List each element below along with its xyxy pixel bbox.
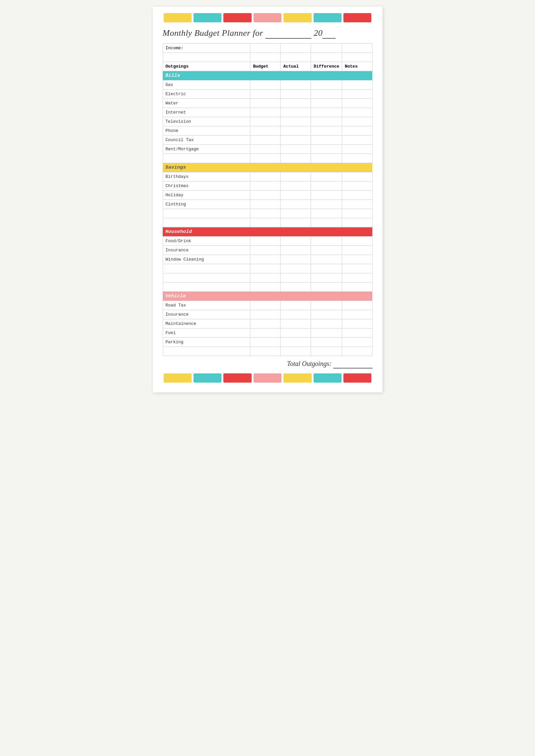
spacer-household-2 <box>163 273 372 282</box>
bar-yellow-1 <box>164 13 191 22</box>
bar-red-1 <box>223 13 251 22</box>
category-vehicle: Vehicle <box>163 292 372 301</box>
category-savings: Savings <box>163 163 372 172</box>
list-item: Holiday <box>163 190 372 200</box>
income-row: Income: <box>163 44 372 53</box>
col-actual: Actual <box>280 62 311 71</box>
list-item: Insurance <box>163 246 372 255</box>
total-label: Total Outgoings: <box>287 360 331 367</box>
col-outgoings: Outgoings <box>163 62 250 71</box>
income-budget <box>250 44 280 53</box>
income-difference <box>311 44 342 53</box>
list-item: Parking <box>163 338 372 347</box>
list-item: Rent/Mortgage <box>163 145 372 154</box>
title-year-line <box>323 28 336 39</box>
category-household: Household <box>163 227 372 237</box>
savings-label: Savings <box>163 163 372 172</box>
vehicle-label: Vehicle <box>163 292 372 301</box>
category-bills: Bills <box>163 71 372 80</box>
bot-bar-red-2 <box>344 373 371 383</box>
col-budget: Budget <box>250 62 280 71</box>
color-bars-bottom <box>163 373 373 383</box>
title-year-prefix: 20 <box>314 28 323 38</box>
household-label: Household <box>163 227 372 237</box>
bot-bar-teal-2 <box>314 373 342 383</box>
bar-teal-2 <box>314 13 342 22</box>
list-item: Internet <box>163 108 372 117</box>
list-item: Television <box>163 117 372 126</box>
list-item: Water <box>163 99 372 108</box>
list-item: Window Cleaning <box>163 255 372 264</box>
spacer-household-3 <box>163 282 372 292</box>
bar-teal-1 <box>193 13 221 22</box>
list-item: Birthdays <box>163 172 372 182</box>
bar-pink-1 <box>254 13 281 22</box>
total-line <box>333 360 373 368</box>
title-text: Monthly Budget Planner for <box>163 28 264 38</box>
total-outgoings-row: Total Outgoings: <box>163 360 373 367</box>
bills-label: Bills <box>163 71 372 80</box>
spacer-row-1 <box>163 53 372 62</box>
page-title: Monthly Budget Planner for 20 <box>163 28 373 38</box>
income-notes <box>342 44 372 53</box>
list-item: Phone <box>163 126 372 135</box>
page: Monthly Budget Planner for 20 Income: <box>153 7 382 393</box>
spacer-savings-1 <box>163 209 372 218</box>
bot-bar-yellow-1 <box>164 373 191 383</box>
column-headers: Outgoings Budget Actual Difference Notes <box>163 62 372 71</box>
list-item: Road Tax <box>163 301 372 310</box>
col-notes: Notes <box>342 62 372 71</box>
title-name-line <box>266 28 311 39</box>
spacer-vehicle-1 <box>163 347 372 356</box>
bot-bar-red-1 <box>223 373 251 383</box>
income-label: Income: <box>163 44 250 53</box>
color-bars-top <box>163 13 373 22</box>
list-item: Gas <box>163 80 372 90</box>
spacer-household-1 <box>163 264 372 273</box>
list-item: Clothing <box>163 200 372 209</box>
income-actual <box>280 44 311 53</box>
list-item: Insurance <box>163 310 372 319</box>
list-item: Fuel <box>163 329 372 338</box>
list-item: Christmas <box>163 182 372 190</box>
list-item: Electric <box>163 90 372 99</box>
spacer-after-bills <box>163 154 372 163</box>
bot-bar-yellow-2 <box>283 373 311 383</box>
list-item: Council Tax <box>163 135 372 145</box>
col-difference: Difference <box>311 62 342 71</box>
list-item: Maintainence <box>163 319 372 329</box>
budget-table: Income: Outgoings Budget Actual Differen… <box>163 43 373 356</box>
list-item: Food/Drink <box>163 237 372 246</box>
bot-bar-teal-1 <box>193 373 221 383</box>
spacer-savings-2 <box>163 218 372 227</box>
bar-red-2 <box>344 13 371 22</box>
bot-bar-pink-1 <box>254 373 281 383</box>
bar-yellow-2 <box>283 13 311 22</box>
